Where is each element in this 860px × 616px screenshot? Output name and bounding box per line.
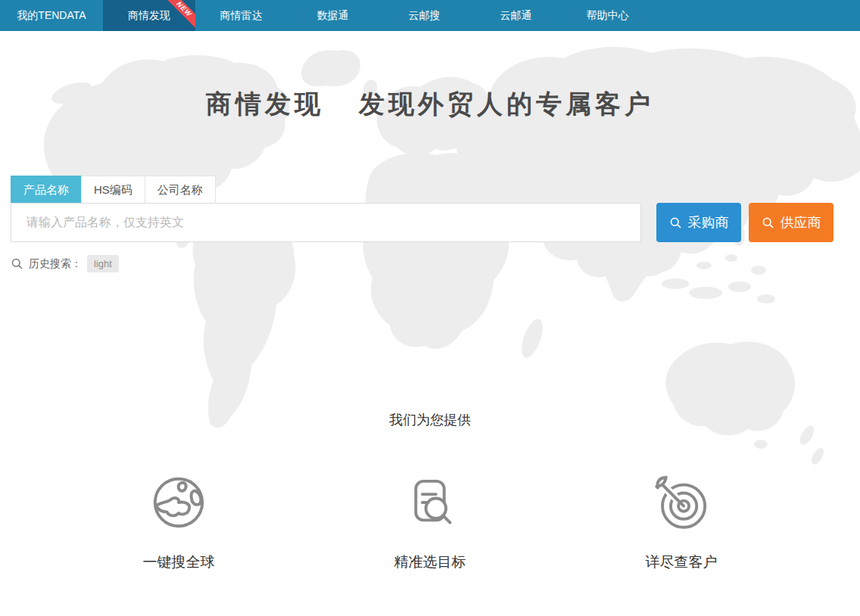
nav-item-cloud-mail-search[interactable]: 云邮搜 bbox=[379, 0, 470, 31]
target-dart-icon bbox=[652, 473, 711, 532]
search-tabs: 产品名称 HS编码 公司名称 bbox=[11, 176, 834, 203]
feature-label: 详尽查客户 bbox=[646, 552, 718, 572]
nav-item-cloud-mail[interactable]: 云邮通 bbox=[470, 0, 562, 31]
tab-product-name[interactable]: 产品名称 bbox=[11, 176, 82, 203]
feature-customer-detail: 详尽查客户 bbox=[606, 473, 757, 572]
nav-item-data-link[interactable]: 数据通 bbox=[287, 0, 379, 31]
top-navbar: 我的TENDATA 商情发现 NEW 商情雷达 数据通 云邮搜 云邮通 帮助中心 bbox=[0, 0, 860, 31]
history-search-label: 历史搜索： bbox=[29, 257, 82, 271]
page: 我的TENDATA 商情发现 NEW 商情雷达 数据通 云邮搜 云邮通 帮助中心 bbox=[0, 0, 860, 616]
supplier-button-label: 供应商 bbox=[781, 213, 821, 232]
document-search-icon bbox=[400, 473, 460, 532]
nav-item-my-tendata[interactable]: 我的TENDATA bbox=[0, 0, 103, 31]
nav-item-business-discovery[interactable]: 商情发现 NEW bbox=[103, 0, 195, 31]
features-row: 一键搜全球 精准选目标 bbox=[0, 473, 860, 572]
feature-precise-targeting: 精准选目标 bbox=[354, 473, 506, 572]
search-icon bbox=[762, 216, 774, 229]
history-tag[interactable]: light bbox=[87, 255, 119, 272]
supplier-search-button[interactable]: 供应商 bbox=[749, 203, 834, 242]
history-search-row: 历史搜索： light bbox=[11, 255, 834, 272]
hero-title-left: 商情发现 bbox=[206, 87, 324, 122]
nav-item-label: 商情发现 bbox=[128, 9, 170, 21]
history-search-icon bbox=[11, 257, 23, 270]
tab-hs-code[interactable]: HS编码 bbox=[81, 176, 145, 203]
feature-global-search: 一键搜全球 bbox=[103, 473, 254, 572]
search-area: 产品名称 HS编码 公司名称 采购商 bbox=[11, 176, 834, 272]
tab-company-name[interactable]: 公司名称 bbox=[145, 176, 216, 203]
hero-title: 商情发现 发现外贸人的专属客户 bbox=[0, 31, 860, 122]
product-search-input[interactable] bbox=[11, 203, 641, 242]
feature-label: 精准选目标 bbox=[394, 552, 466, 572]
features-section-title: 我们为您提供 bbox=[0, 411, 860, 429]
buyer-button-label: 采购商 bbox=[688, 213, 729, 232]
feature-label: 一键搜全球 bbox=[143, 552, 215, 572]
nav-item-business-radar[interactable]: 商情雷达 bbox=[195, 0, 287, 31]
search-icon bbox=[669, 216, 682, 229]
nav-item-help-center[interactable]: 帮助中心 bbox=[562, 0, 653, 31]
globe-icon bbox=[149, 473, 208, 532]
buyer-search-button[interactable]: 采购商 bbox=[656, 203, 741, 242]
hero-title-right: 发现外贸人的专属客户 bbox=[359, 87, 654, 122]
